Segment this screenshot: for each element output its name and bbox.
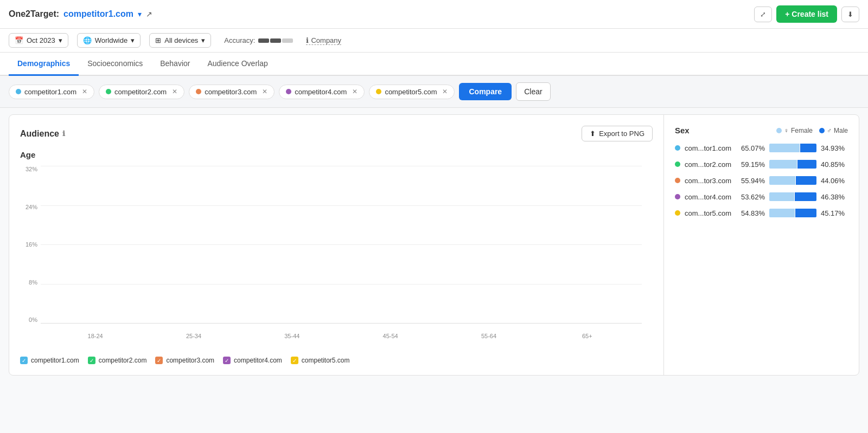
x-label-65plus: 65+ [538, 333, 636, 339]
x-label-25-34: 25-34 [144, 333, 242, 339]
sex-row-4: com...tor4.com 53.62% 46.38% [675, 192, 848, 201]
sex-row-dot-4 [675, 194, 680, 199]
sex-bar-male-5 [795, 209, 816, 217]
sex-row-male-pct-2: 40.85% [821, 160, 848, 169]
tag-close-2[interactable]: ✕ [172, 88, 177, 95]
compare-button[interactable]: Compare [459, 83, 512, 100]
female-label: Female [791, 127, 813, 134]
competitor-tag-5[interactable]: competitor5.com ✕ [369, 85, 455, 99]
legend-label-2: competitor2.com [99, 357, 147, 364]
tab-behavior[interactable]: Behavior [151, 53, 199, 76]
tag-label-4: competitor4.com [295, 88, 347, 96]
sex-row-3: com...tor3.com 55.94% 44.06% [675, 176, 848, 185]
legend-2[interactable]: ✓ competitor2.com [88, 357, 147, 364]
date-caret: ▾ [59, 36, 62, 44]
competitor-tag-4[interactable]: competitor4.com ✕ [279, 85, 365, 99]
tag-dot-1 [16, 89, 21, 94]
export-icon: ⬆ [590, 130, 596, 138]
legend-label-5: competitor5.com [302, 357, 350, 364]
devices-filter[interactable]: ⊞ All devices ▾ [149, 33, 211, 48]
clear-button[interactable]: Clear [516, 82, 550, 101]
sex-bar-male-1 [800, 144, 816, 152]
y-label-8: 8% [29, 279, 37, 286]
y-label-32: 32% [25, 166, 37, 172]
sex-row-2: com...tor2.com 59.15% 40.85% [675, 160, 848, 169]
sex-title: Sex [675, 126, 690, 135]
legend-3[interactable]: ✓ competitor3.com [155, 357, 214, 364]
tag-close-5[interactable]: ✕ [442, 88, 448, 95]
sex-row-dot-2 [675, 161, 680, 167]
sex-row-male-pct-5: 45.17% [821, 209, 848, 217]
acc-bar-1 [258, 38, 269, 43]
export-button[interactable]: ⬆ Export to PNG [582, 126, 653, 141]
tab-audience-overlap[interactable]: Audience Overlap [199, 53, 276, 76]
info-icon: ℹ [306, 36, 309, 44]
accuracy-label: Accuracy: [224, 36, 255, 44]
sex-row-female-pct-4: 53.62% [738, 193, 765, 201]
devices-caret: ▾ [201, 36, 205, 44]
x-label-18-24: 18-24 [46, 333, 144, 339]
sex-row-male-pct-4: 46.38% [821, 193, 848, 201]
age-chart: Age 32% 24% 16% 8% 0% [20, 150, 653, 364]
tab-socioeconomics[interactable]: Socioeconomics [79, 53, 151, 76]
region-label: Worldwide [95, 36, 127, 44]
sex-row-female-pct-1: 65.07% [738, 144, 765, 152]
sex-bar-5 [769, 209, 816, 217]
create-list-button[interactable]: + Create list [776, 5, 837, 23]
sex-bar-female-3 [769, 176, 795, 185]
sex-bar-1 [769, 144, 816, 152]
chart-legend: ✓ competitor1.com ✓ competitor2.com ✓ co… [20, 357, 642, 364]
date-filter[interactable]: 📅 Oct 2023 ▾ [9, 33, 68, 48]
male-icon: ♂ [827, 127, 832, 134]
sex-bar-male-3 [796, 176, 816, 185]
region-filter[interactable]: 🌐 Worldwide ▾ [77, 33, 141, 48]
sex-legend-male: ♂ Male [819, 127, 848, 134]
tag-label-5: competitor5.com [385, 88, 437, 96]
competitor-dropdown-icon[interactable]: ▾ [138, 10, 142, 18]
sex-row-male-pct-1: 34.93% [821, 144, 848, 152]
filter-bar: 📅 Oct 2023 ▾ 🌐 Worldwide ▾ ⊞ All devices… [0, 29, 868, 53]
male-dot [819, 128, 825, 133]
tag-dot-4 [286, 89, 291, 94]
legend-4[interactable]: ✓ competitor4.com [223, 357, 282, 364]
sex-row-female-pct-3: 55.94% [738, 177, 765, 185]
acc-bar-2 [270, 38, 281, 43]
audience-info-icon[interactable]: ℹ [62, 130, 65, 138]
legend-5[interactable]: ✓ competitor5.com [291, 357, 350, 364]
sex-legend: ♀ Female ♂ Male [776, 127, 848, 134]
sex-row-name-2: com...tor2.com [685, 160, 733, 169]
competitor-tag-3[interactable]: competitor3.com ✕ [189, 85, 275, 99]
tag-close-3[interactable]: ✕ [262, 88, 267, 95]
sex-header: Sex ♀ Female ♂ Male [675, 126, 848, 135]
sex-row-name-1: com...tor1.com [685, 144, 733, 152]
y-axis: 32% 24% 16% 8% 0% [20, 166, 41, 323]
bars-container [41, 166, 642, 323]
export-label: Export to PNG [599, 130, 644, 138]
expand-button[interactable]: ⤢ [754, 7, 772, 22]
tag-dot-5 [376, 89, 381, 94]
devices-label: All devices [164, 36, 198, 44]
tag-dot-2 [106, 89, 111, 94]
competitor-name[interactable]: competitor1.com [63, 9, 133, 19]
tab-demographics[interactable]: Demographics [9, 53, 79, 76]
company-info[interactable]: ℹ Company [306, 36, 341, 45]
y-label-24: 24% [25, 204, 37, 210]
title-area: One2Target: competitor1.com ▾ ↗ [9, 9, 152, 19]
legend-1[interactable]: ✓ competitor1.com [20, 357, 79, 364]
competitor-tag-2[interactable]: competitor2.com ✕ [99, 85, 184, 99]
x-label-55-64: 55-64 [439, 333, 538, 339]
sex-bar-female-1 [769, 144, 800, 152]
sex-row-name-4: com...tor4.com [685, 193, 733, 201]
tabs-bar: Demographics Socioeconomics Behavior Aud… [0, 53, 868, 76]
tag-label-2: competitor2.com [114, 88, 167, 96]
x-label-35-44: 35-44 [243, 333, 341, 339]
legend-label-3: competitor3.com [166, 357, 214, 364]
tag-close-1[interactable]: ✕ [82, 88, 87, 95]
audience-section: Audience ℹ ⬆ Export to PNG Age 32% 24% 1… [9, 115, 663, 375]
competitor-tag-1[interactable]: competitor1.com ✕ [9, 85, 94, 99]
tag-close-4[interactable]: ✕ [352, 88, 358, 95]
external-link-icon[interactable]: ↗ [146, 10, 152, 18]
sex-row-name-5: com...tor5.com [685, 209, 733, 217]
legend-label-4: competitor4.com [234, 357, 282, 364]
download-button[interactable]: ⬇ [841, 7, 859, 22]
